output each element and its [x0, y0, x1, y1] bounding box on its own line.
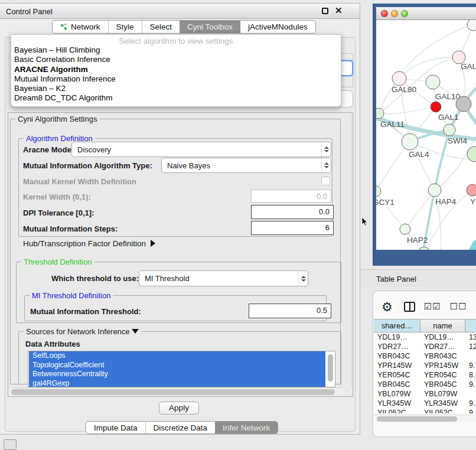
network-node-gal4[interactable] — [402, 133, 418, 150]
network-edge[interactable] — [376, 142, 410, 191]
scrollbar-thumb[interactable] — [377, 416, 457, 422]
algorithm-option[interactable]: Bayesian – Hill Climbing — [11, 45, 341, 55]
node-label: GAL10 — [435, 92, 460, 101]
network-node-unlabeled[interactable] — [467, 20, 476, 31]
tab-discretize-data[interactable]: Discretize Data — [145, 422, 216, 433]
settings-horizontal-scrollbar[interactable] — [9, 387, 343, 396]
table-row[interactable]: YLR345WYLR345W9. — [374, 399, 476, 408]
tab-infer-network[interactable]: Infer Network — [215, 422, 278, 433]
table-cell: YER054C — [374, 370, 420, 380]
network-edge[interactable] — [376, 191, 405, 229]
network-edge[interactable] — [379, 57, 459, 113]
mi-steps-field[interactable]: 6 — [251, 221, 334, 235]
table-row[interactable]: YBR043CYBR043C — [374, 351, 476, 361]
network-node-gal80[interactable] — [392, 71, 406, 86]
table-row[interactable]: YER054CYER054C8. — [374, 370, 476, 380]
control-panel: Control Panel ✕ NetworkStyleSelectCyni T… — [0, 3, 360, 435]
column-header[interactable]: shared… — [374, 319, 420, 332]
network-canvas[interactable]: GALGAL80GAL10GAL1GAL11SWI4GAL4GCY1HAP4YH… — [376, 20, 476, 250]
table-row[interactable]: YDR27…YDR27…12 — [374, 342, 476, 351]
network-node-hap2[interactable] — [400, 224, 410, 234]
tab-network[interactable]: Network — [53, 21, 108, 33]
scrollbar-thumb[interactable] — [353, 119, 354, 338]
combo-stepper-icon — [321, 158, 331, 172]
network-node-unlabeled[interactable] — [456, 96, 471, 112]
data-attribute-item[interactable]: SelfLoops — [29, 351, 325, 361]
docked-panel-icon[interactable] — [4, 439, 17, 450]
table-cell — [465, 351, 476, 361]
table-row[interactable]: YPR145WYPR145W9. — [374, 361, 476, 370]
network-node-swi4[interactable] — [444, 124, 455, 136]
gear-icon[interactable]: ⚙ — [382, 301, 393, 313]
columns-icon[interactable] — [404, 302, 415, 312]
table-row[interactable]: YBR045CYBR045C9. — [374, 380, 476, 389]
close-traffic-light-icon[interactable] — [381, 10, 388, 17]
manual-kernel-width-checkbox[interactable] — [321, 177, 330, 185]
select-all-checkboxes-icon[interactable]: ☑☑ — [424, 301, 441, 312]
node-label: HAP2 — [407, 236, 428, 244]
column-header[interactable]: A — [465, 319, 476, 332]
data-attribute-item[interactable]: gal4RGexp — [29, 379, 325, 388]
deselect-all-checkboxes-icon[interactable]: ☐☐ — [450, 301, 467, 312]
network-edge[interactable] — [379, 107, 436, 114]
zoom-traffic-light-icon[interactable] — [401, 10, 408, 17]
table-cell: 9. — [465, 380, 476, 389]
network-node-hap4[interactable] — [428, 184, 441, 197]
network-node-unlabeled[interactable] — [467, 146, 476, 162]
network-icon — [60, 23, 68, 31]
dpi-tolerance-field[interactable]: 0.0 — [251, 205, 334, 219]
kernel-width-field[interactable]: 0.0 — [251, 190, 331, 203]
close-icon[interactable]: ✕ — [335, 5, 343, 16]
mi-threshold-field[interactable]: 0.5 — [249, 304, 331, 318]
network-node-gcy1[interactable] — [376, 186, 381, 197]
network-edge[interactable] — [464, 243, 476, 250]
node-label: GCY1 — [376, 198, 395, 207]
network-node-gal10[interactable] — [426, 75, 440, 89]
tab-select[interactable]: Select — [142, 21, 180, 33]
data-attribute-item[interactable]: BetweennessCentrality — [29, 370, 325, 379]
float-window-icon[interactable] — [322, 8, 328, 14]
hub-definition-toggle[interactable]: Hub/Transcription Factor Definition — [23, 239, 155, 248]
table-row[interactable]: YIL052CYIL052C9 — [374, 408, 476, 413]
tab-style[interactable]: Style — [108, 21, 142, 33]
tab-impute-data[interactable]: Impute Data — [86, 422, 145, 433]
group-title: MI Threshold Definition — [30, 291, 113, 300]
data-attribute-item[interactable]: TopologicalCoefficient — [29, 361, 325, 370]
settings-vertical-scrollbar[interactable] — [351, 114, 353, 388]
algorithm-option[interactable]: Basic Correlation Inference — [11, 55, 341, 64]
scrollbar-thumb[interactable] — [11, 389, 335, 395]
table-cell: YLR345W — [374, 399, 420, 408]
table-cell: YLR345W — [420, 399, 465, 408]
minimize-traffic-light-icon[interactable] — [391, 10, 398, 17]
table-cell: YDL19… — [374, 332, 420, 342]
network-node-y[interactable] — [467, 184, 476, 196]
node-table: shared…nameA YDL19…YDL19…13YDR27…YDR27…1… — [374, 319, 476, 413]
network-node-gal11[interactable] — [376, 108, 384, 119]
network-node-gal1[interactable] — [431, 102, 441, 112]
algorithm-option[interactable]: Bayesian – K2 — [11, 84, 341, 93]
network-edge[interactable] — [399, 57, 459, 79]
which-threshold-combo[interactable]: MI Threshold — [139, 270, 308, 286]
mi-algorithm-type-combo[interactable]: Naive Bayes — [161, 158, 331, 173]
aracne-mode-combo[interactable]: Discovery — [71, 142, 331, 157]
node-label: GAL4 — [409, 150, 429, 159]
table-horizontal-scrollbar[interactable] — [374, 415, 476, 422]
algorithm-option[interactable]: ARACNE Algorithm — [11, 65, 341, 74]
list-scrollbar-thumb[interactable] — [328, 354, 333, 381]
algorithm-placeholder: Select algorithm to view settings — [11, 35, 341, 45]
apply-button[interactable]: Apply — [159, 402, 199, 415]
manual-kernel-width-label: Manual Kernel Width Definition — [23, 177, 136, 186]
tab-cyni-toolbox[interactable]: Cyni Toolbox — [180, 21, 240, 33]
table-panel-title: Table Panel — [376, 275, 416, 283]
column-header[interactable]: name — [420, 319, 465, 332]
control-panel-titlebar: Control Panel ✕ — [0, 4, 360, 19]
table-row[interactable]: YDL19…YDL19…13 — [374, 332, 476, 342]
network-window-titlebar[interactable] — [376, 7, 476, 20]
tab-jactivemnodules[interactable]: jActiveMNodules — [240, 21, 315, 33]
algorithm-option[interactable]: Dream8 DC_TDC Algorithm — [11, 93, 341, 103]
table-cell: YDL19… — [420, 332, 465, 342]
table-cell: YBR045C — [374, 380, 420, 389]
sources-toggle[interactable]: Sources for Network Inference — [24, 327, 141, 336]
algorithm-option[interactable]: Mutual Information Inference — [11, 74, 341, 84]
table-row[interactable]: YBL079WYBL079W — [374, 389, 476, 399]
